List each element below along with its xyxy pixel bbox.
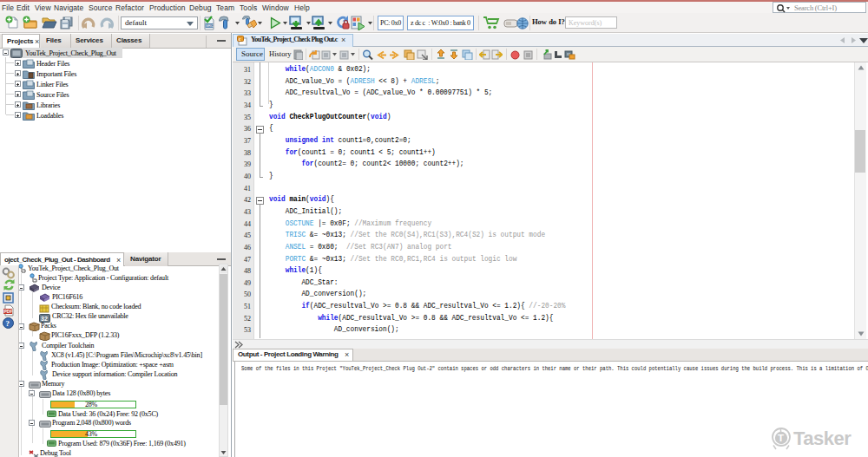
svg-text:T: T [778, 433, 784, 443]
svg-text:?: ? [6, 319, 10, 328]
svg-text:SRC: SRC [206, 23, 214, 28]
svg-text:32: 32 [41, 316, 48, 322]
svg-text:PDF: PDF [4, 309, 13, 314]
